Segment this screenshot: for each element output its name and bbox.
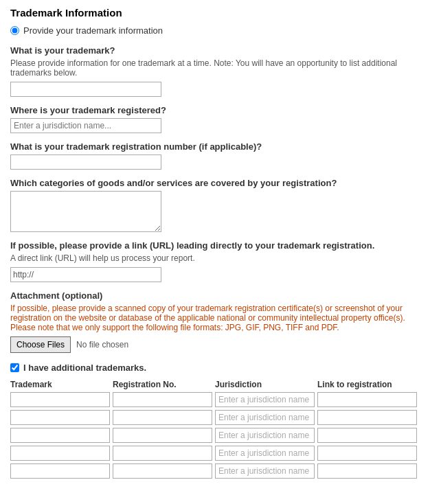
attachment-note: If possible, please provide a scanned co… xyxy=(10,303,431,332)
additional-registration-input[interactable] xyxy=(113,428,212,443)
what-trademark-section: What is your trademark? Please provide i… xyxy=(10,45,431,97)
table-header-registration: Registration No. xyxy=(113,380,212,389)
table-header-link: Link to registration xyxy=(317,380,417,389)
additional-link-input[interactable] xyxy=(317,392,417,407)
url-section: If possible, please provide a link (URL)… xyxy=(10,240,431,282)
table-row xyxy=(10,428,431,443)
provide-trademark-label: Provide your trademark information xyxy=(23,25,163,36)
provide-trademark-radio-row: Provide your trademark information xyxy=(10,25,431,36)
registration-number-input[interactable] xyxy=(10,154,161,170)
table-header-jurisdiction: Jurisdiction xyxy=(215,380,315,389)
where-registered-label: Where is your trademark registered? xyxy=(10,105,431,115)
additional-registration-input[interactable] xyxy=(113,446,212,461)
additional-trademarks-checkbox[interactable] xyxy=(10,363,19,372)
no-file-text: No file chosen xyxy=(76,340,128,350)
registration-number-label: What is your trademark registration numb… xyxy=(10,141,431,152)
additional-link-input[interactable] xyxy=(317,446,417,461)
additional-registration-input[interactable] xyxy=(113,463,212,479)
additional-link-input[interactable] xyxy=(317,410,417,425)
categories-label: Which categories of goods and/or service… xyxy=(10,178,431,188)
attachment-section: Attachment (optional) If possible, pleas… xyxy=(10,290,431,353)
section-title: Trademark Information xyxy=(10,7,431,19)
table-header-trademark: Trademark xyxy=(10,380,110,389)
table-row xyxy=(10,446,431,461)
categories-textarea[interactable] xyxy=(10,191,161,232)
what-trademark-note: Please provide information for one trade… xyxy=(10,58,431,78)
table-header-row: Trademark Registration No. Jurisdiction … xyxy=(10,380,431,389)
additional-trademark-input[interactable] xyxy=(10,410,110,425)
jurisdiction-input[interactable] xyxy=(10,118,161,133)
table-row xyxy=(10,392,431,407)
additional-trademark-input[interactable] xyxy=(10,446,110,461)
table-row xyxy=(10,410,431,425)
where-registered-section: Where is your trademark registered? xyxy=(10,105,431,133)
additional-trademarks-row: I have additional trademarks. xyxy=(10,363,431,373)
choose-files-button[interactable]: Choose Files xyxy=(10,336,71,353)
additional-jurisdiction-input[interactable] xyxy=(215,428,315,443)
additional-registration-input[interactable] xyxy=(113,410,212,425)
url-input-wrapper: http:// xyxy=(10,267,161,282)
additional-trademarks-table: Trademark Registration No. Jurisdiction … xyxy=(10,380,431,479)
additional-trademark-input[interactable] xyxy=(10,428,110,443)
what-trademark-label: What is your trademark? xyxy=(10,45,431,56)
additional-trademark-input[interactable] xyxy=(10,463,110,479)
additional-trademarks-label: I have additional trademarks. xyxy=(23,363,146,373)
additional-jurisdiction-input[interactable] xyxy=(215,392,315,407)
additional-jurisdiction-input[interactable] xyxy=(215,446,315,461)
url-section-title: If possible, please provide a link (URL)… xyxy=(10,240,431,251)
table-rows-container xyxy=(10,392,431,479)
choose-files-row: Choose Files No file chosen xyxy=(10,336,431,353)
additional-trademark-input[interactable] xyxy=(10,392,110,407)
attachment-title: Attachment (optional) xyxy=(10,290,431,301)
trademark-input[interactable] xyxy=(10,82,161,97)
additional-registration-input[interactable] xyxy=(113,392,212,407)
registration-number-section: What is your trademark registration numb… xyxy=(10,141,431,170)
url-note: A direct link (URL) will help us process… xyxy=(10,253,431,263)
table-row xyxy=(10,463,431,479)
additional-link-input[interactable] xyxy=(317,428,417,443)
provide-trademark-radio[interactable] xyxy=(10,26,19,35)
additional-jurisdiction-input[interactable] xyxy=(215,463,315,479)
categories-section: Which categories of goods and/or service… xyxy=(10,178,431,232)
url-input[interactable] xyxy=(10,267,161,282)
additional-jurisdiction-input[interactable] xyxy=(215,410,315,425)
additional-link-input[interactable] xyxy=(317,463,417,479)
